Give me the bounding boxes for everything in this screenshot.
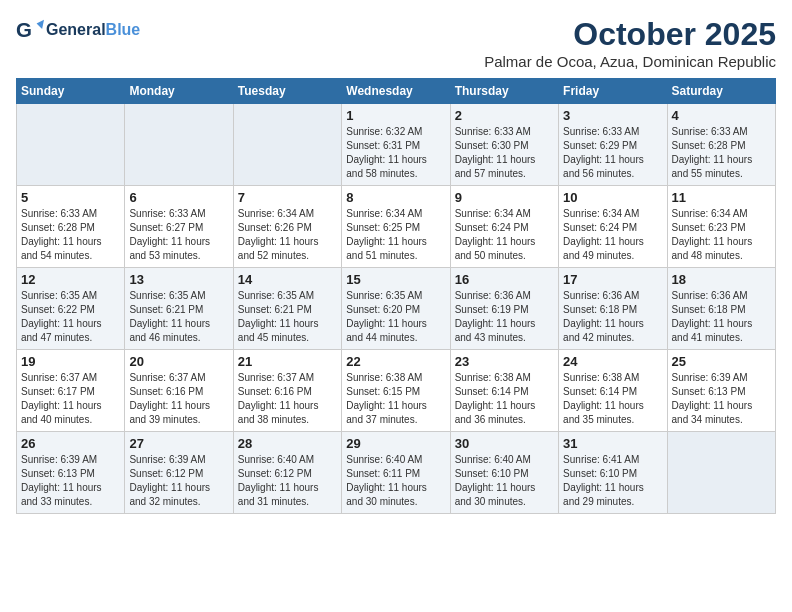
day-number: 23 bbox=[455, 354, 554, 369]
day-number: 12 bbox=[21, 272, 120, 287]
week-row-5: 26Sunrise: 6:39 AMSunset: 6:13 PMDayligh… bbox=[17, 432, 776, 514]
logo-icon: G bbox=[16, 16, 44, 44]
day-number: 10 bbox=[563, 190, 662, 205]
day-info: Sunrise: 6:39 AMSunset: 6:13 PMDaylight:… bbox=[21, 453, 120, 509]
calendar-cell: 27Sunrise: 6:39 AMSunset: 6:12 PMDayligh… bbox=[125, 432, 233, 514]
day-number: 24 bbox=[563, 354, 662, 369]
calendar-cell bbox=[667, 432, 775, 514]
calendar-cell: 21Sunrise: 6:37 AMSunset: 6:16 PMDayligh… bbox=[233, 350, 341, 432]
calendar-cell: 12Sunrise: 6:35 AMSunset: 6:22 PMDayligh… bbox=[17, 268, 125, 350]
day-info: Sunrise: 6:37 AMSunset: 6:17 PMDaylight:… bbox=[21, 371, 120, 427]
day-info: Sunrise: 6:36 AMSunset: 6:19 PMDaylight:… bbox=[455, 289, 554, 345]
calendar-cell: 24Sunrise: 6:38 AMSunset: 6:14 PMDayligh… bbox=[559, 350, 667, 432]
calendar-cell: 29Sunrise: 6:40 AMSunset: 6:11 PMDayligh… bbox=[342, 432, 450, 514]
calendar-cell: 10Sunrise: 6:34 AMSunset: 6:24 PMDayligh… bbox=[559, 186, 667, 268]
day-number: 21 bbox=[238, 354, 337, 369]
day-number: 3 bbox=[563, 108, 662, 123]
day-number: 18 bbox=[672, 272, 771, 287]
calendar-cell bbox=[125, 104, 233, 186]
day-number: 29 bbox=[346, 436, 445, 451]
week-row-4: 19Sunrise: 6:37 AMSunset: 6:17 PMDayligh… bbox=[17, 350, 776, 432]
day-number: 16 bbox=[455, 272, 554, 287]
day-number: 31 bbox=[563, 436, 662, 451]
calendar-cell: 15Sunrise: 6:35 AMSunset: 6:20 PMDayligh… bbox=[342, 268, 450, 350]
calendar-cell: 28Sunrise: 6:40 AMSunset: 6:12 PMDayligh… bbox=[233, 432, 341, 514]
day-info: Sunrise: 6:41 AMSunset: 6:10 PMDaylight:… bbox=[563, 453, 662, 509]
day-info: Sunrise: 6:34 AMSunset: 6:26 PMDaylight:… bbox=[238, 207, 337, 263]
day-number: 19 bbox=[21, 354, 120, 369]
day-info: Sunrise: 6:40 AMSunset: 6:12 PMDaylight:… bbox=[238, 453, 337, 509]
calendar-cell: 8Sunrise: 6:34 AMSunset: 6:25 PMDaylight… bbox=[342, 186, 450, 268]
svg-text:G: G bbox=[16, 18, 32, 41]
day-number: 25 bbox=[672, 354, 771, 369]
weekday-header-tuesday: Tuesday bbox=[233, 79, 341, 104]
calendar-cell: 3Sunrise: 6:33 AMSunset: 6:29 PMDaylight… bbox=[559, 104, 667, 186]
weekday-header-saturday: Saturday bbox=[667, 79, 775, 104]
day-number: 13 bbox=[129, 272, 228, 287]
day-number: 14 bbox=[238, 272, 337, 287]
day-number: 20 bbox=[129, 354, 228, 369]
logo-blue: Blue bbox=[106, 21, 141, 38]
month-title: October 2025 bbox=[484, 16, 776, 53]
day-info: Sunrise: 6:35 AMSunset: 6:22 PMDaylight:… bbox=[21, 289, 120, 345]
day-info: Sunrise: 6:34 AMSunset: 6:23 PMDaylight:… bbox=[672, 207, 771, 263]
calendar-cell: 4Sunrise: 6:33 AMSunset: 6:28 PMDaylight… bbox=[667, 104, 775, 186]
day-number: 1 bbox=[346, 108, 445, 123]
day-info: Sunrise: 6:37 AMSunset: 6:16 PMDaylight:… bbox=[129, 371, 228, 427]
day-info: Sunrise: 6:36 AMSunset: 6:18 PMDaylight:… bbox=[672, 289, 771, 345]
day-number: 7 bbox=[238, 190, 337, 205]
calendar-cell: 25Sunrise: 6:39 AMSunset: 6:13 PMDayligh… bbox=[667, 350, 775, 432]
calendar-cell bbox=[233, 104, 341, 186]
day-info: Sunrise: 6:36 AMSunset: 6:18 PMDaylight:… bbox=[563, 289, 662, 345]
calendar-cell: 30Sunrise: 6:40 AMSunset: 6:10 PMDayligh… bbox=[450, 432, 558, 514]
calendar-cell: 16Sunrise: 6:36 AMSunset: 6:19 PMDayligh… bbox=[450, 268, 558, 350]
calendar-cell: 19Sunrise: 6:37 AMSunset: 6:17 PMDayligh… bbox=[17, 350, 125, 432]
week-row-1: 1Sunrise: 6:32 AMSunset: 6:31 PMDaylight… bbox=[17, 104, 776, 186]
day-number: 28 bbox=[238, 436, 337, 451]
day-number: 27 bbox=[129, 436, 228, 451]
day-info: Sunrise: 6:33 AMSunset: 6:29 PMDaylight:… bbox=[563, 125, 662, 181]
day-number: 26 bbox=[21, 436, 120, 451]
week-row-2: 5Sunrise: 6:33 AMSunset: 6:28 PMDaylight… bbox=[17, 186, 776, 268]
week-row-3: 12Sunrise: 6:35 AMSunset: 6:22 PMDayligh… bbox=[17, 268, 776, 350]
calendar-cell: 7Sunrise: 6:34 AMSunset: 6:26 PMDaylight… bbox=[233, 186, 341, 268]
day-number: 4 bbox=[672, 108, 771, 123]
calendar-cell: 20Sunrise: 6:37 AMSunset: 6:16 PMDayligh… bbox=[125, 350, 233, 432]
day-info: Sunrise: 6:33 AMSunset: 6:30 PMDaylight:… bbox=[455, 125, 554, 181]
calendar-cell: 13Sunrise: 6:35 AMSunset: 6:21 PMDayligh… bbox=[125, 268, 233, 350]
day-number: 9 bbox=[455, 190, 554, 205]
day-number: 2 bbox=[455, 108, 554, 123]
day-number: 30 bbox=[455, 436, 554, 451]
calendar-cell: 14Sunrise: 6:35 AMSunset: 6:21 PMDayligh… bbox=[233, 268, 341, 350]
calendar-cell bbox=[17, 104, 125, 186]
weekday-header-wednesday: Wednesday bbox=[342, 79, 450, 104]
logo: G GeneralBlue bbox=[16, 16, 140, 44]
calendar-cell: 1Sunrise: 6:32 AMSunset: 6:31 PMDaylight… bbox=[342, 104, 450, 186]
day-info: Sunrise: 6:35 AMSunset: 6:21 PMDaylight:… bbox=[129, 289, 228, 345]
day-number: 22 bbox=[346, 354, 445, 369]
location-title: Palmar de Ocoa, Azua, Dominican Republic bbox=[484, 53, 776, 70]
day-info: Sunrise: 6:38 AMSunset: 6:14 PMDaylight:… bbox=[563, 371, 662, 427]
day-info: Sunrise: 6:37 AMSunset: 6:16 PMDaylight:… bbox=[238, 371, 337, 427]
calendar-cell: 18Sunrise: 6:36 AMSunset: 6:18 PMDayligh… bbox=[667, 268, 775, 350]
calendar-cell: 9Sunrise: 6:34 AMSunset: 6:24 PMDaylight… bbox=[450, 186, 558, 268]
logo-general: General bbox=[46, 21, 106, 38]
calendar-cell: 17Sunrise: 6:36 AMSunset: 6:18 PMDayligh… bbox=[559, 268, 667, 350]
day-info: Sunrise: 6:40 AMSunset: 6:11 PMDaylight:… bbox=[346, 453, 445, 509]
day-info: Sunrise: 6:34 AMSunset: 6:24 PMDaylight:… bbox=[563, 207, 662, 263]
day-info: Sunrise: 6:34 AMSunset: 6:25 PMDaylight:… bbox=[346, 207, 445, 263]
day-info: Sunrise: 6:33 AMSunset: 6:27 PMDaylight:… bbox=[129, 207, 228, 263]
calendar-cell: 5Sunrise: 6:33 AMSunset: 6:28 PMDaylight… bbox=[17, 186, 125, 268]
day-info: Sunrise: 6:33 AMSunset: 6:28 PMDaylight:… bbox=[672, 125, 771, 181]
weekday-header-sunday: Sunday bbox=[17, 79, 125, 104]
calendar-cell: 22Sunrise: 6:38 AMSunset: 6:15 PMDayligh… bbox=[342, 350, 450, 432]
day-number: 5 bbox=[21, 190, 120, 205]
title-block: October 2025 Palmar de Ocoa, Azua, Domin… bbox=[484, 16, 776, 70]
svg-marker-1 bbox=[37, 20, 44, 29]
calendar-cell: 2Sunrise: 6:33 AMSunset: 6:30 PMDaylight… bbox=[450, 104, 558, 186]
weekday-header-thursday: Thursday bbox=[450, 79, 558, 104]
day-info: Sunrise: 6:39 AMSunset: 6:12 PMDaylight:… bbox=[129, 453, 228, 509]
day-info: Sunrise: 6:40 AMSunset: 6:10 PMDaylight:… bbox=[455, 453, 554, 509]
page-header: G GeneralBlue October 2025 Palmar de Oco… bbox=[16, 16, 776, 70]
day-info: Sunrise: 6:32 AMSunset: 6:31 PMDaylight:… bbox=[346, 125, 445, 181]
